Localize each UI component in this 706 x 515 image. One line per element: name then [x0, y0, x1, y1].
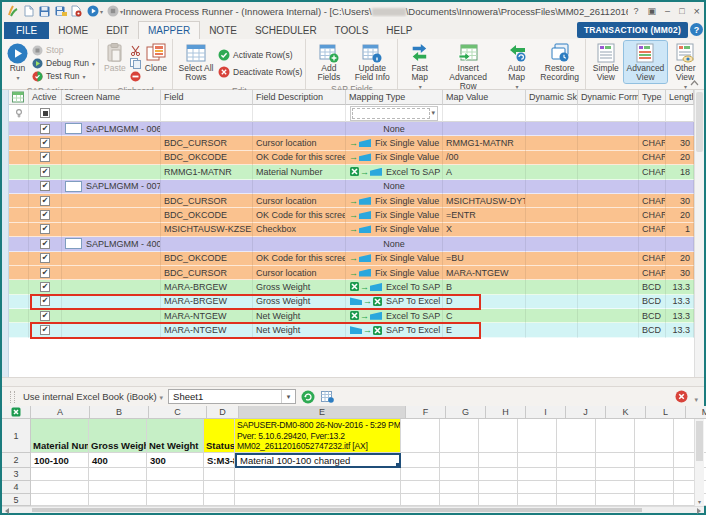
expand-icon[interactable] [65, 238, 82, 249]
col-screen-name[interactable]: Screen Name [62, 90, 161, 105]
col-field[interactable]: Field [161, 90, 253, 105]
grid-vertical-scrollbar[interactable] [694, 90, 704, 377]
activate-rows-button[interactable]: Activate Row(s) [218, 49, 302, 61]
excel-vertical-scrollbar[interactable]: ▾ [694, 419, 704, 506]
ibook-mode-button[interactable]: Use internal Excel Book (iBook) [23, 391, 163, 402]
filter-dynamic-formula[interactable] [578, 105, 639, 122]
cell-empty[interactable] [204, 468, 235, 481]
col-header[interactable]: I [526, 406, 566, 419]
simple-view-button[interactable]: Simple View [589, 41, 622, 83]
cell-empty[interactable] [31, 481, 89, 494]
cell-empty[interactable] [557, 481, 596, 494]
tab-mapper[interactable]: MAPPER [138, 21, 200, 39]
scrollbar-thumb[interactable] [32, 508, 642, 512]
row-header[interactable]: 4 [2, 481, 31, 494]
cell-empty[interactable] [31, 468, 89, 481]
scrollbar-thumb[interactable] [696, 92, 703, 152]
cell-empty[interactable] [518, 419, 557, 453]
cell-a2[interactable]: 100-100 [31, 453, 89, 468]
col-field-description[interactable]: Field Description [253, 90, 346, 105]
col-header[interactable]: C [149, 406, 207, 419]
active-checkbox[interactable] [40, 253, 50, 263]
cell-a1[interactable]: Material Number [31, 419, 89, 453]
grid-row[interactable]: BDC_OKCODEOK Code for this screen Fix Si… [9, 252, 694, 266]
cell-empty[interactable] [596, 468, 635, 481]
cell-empty[interactable] [596, 494, 635, 506]
grid-row-screen[interactable]: SAPLMGMM - 0070 None [9, 180, 694, 194]
clone-button[interactable]: Clone [143, 41, 169, 74]
ibook-grid-icon[interactable] [320, 390, 334, 404]
filter-mapping-type[interactable]: ▾ [346, 105, 443, 122]
cell-empty[interactable] [518, 468, 557, 481]
col-header[interactable]: F [406, 406, 446, 419]
cell-empty[interactable] [401, 481, 440, 494]
cell-empty[interactable] [635, 481, 674, 494]
cell-empty[interactable] [635, 468, 674, 481]
cell-empty[interactable] [235, 468, 401, 481]
cut-button[interactable] [130, 45, 141, 56]
filter-map-value[interactable] [443, 105, 526, 122]
save-icon[interactable] [38, 5, 51, 18]
active-checkbox[interactable] [40, 224, 50, 234]
cell-empty[interactable] [557, 419, 596, 453]
row-header[interactable]: 2 [2, 453, 31, 468]
col-header[interactable]: G [446, 406, 486, 419]
new-file-icon[interactable] [22, 5, 35, 18]
cell-e1[interactable]: SAPUSER-DM0-800 26-Nov-2016 - 5:29 PMPve… [235, 419, 401, 453]
col-header[interactable]: A [31, 406, 90, 419]
filter-type[interactable] [639, 105, 666, 122]
grid-row-screen[interactable]: SAPLMGMM - 0060 None [9, 122, 694, 136]
collapse-excel-icon[interactable] [694, 388, 698, 406]
cell-empty[interactable] [204, 494, 235, 506]
cell-empty[interactable] [479, 481, 518, 494]
grid-row[interactable]: BDC_OKCODEOK Code for this screen Fix Si… [9, 151, 694, 165]
expand-icon[interactable] [65, 181, 82, 192]
grid-row-highlighted[interactable]: MARA-NTGEWNet Weight SAP To Excel E BCD1… [9, 323, 694, 337]
run-button[interactable]: Run [5, 41, 30, 84]
fast-map-button[interactable]: Fast Map [401, 41, 438, 93]
active-checkbox[interactable] [40, 239, 50, 249]
help-icon[interactable] [634, 7, 639, 16]
update-field-info-button[interactable]: Update Field Info [350, 41, 394, 83]
cell-empty[interactable] [401, 468, 440, 481]
filter-active-checkbox[interactable] [29, 105, 62, 122]
collapse-ribbon-icon[interactable] [690, 80, 699, 86]
cell-empty[interactable] [518, 453, 557, 468]
tab-edit[interactable]: EDIT [97, 22, 138, 39]
col-length[interactable]: Length [666, 90, 694, 105]
filter-dynamic-skip[interactable] [526, 105, 578, 122]
tab-file[interactable]: FILE [4, 22, 49, 39]
row-header[interactable]: 3 [2, 468, 31, 481]
cell-empty[interactable] [89, 481, 147, 494]
grid-row[interactable]: MARA-BRGEWGross Weight Excel To SAP B BC… [9, 280, 694, 294]
cell-empty[interactable] [147, 468, 204, 481]
select-all-rows-button[interactable]: Select All Rows [176, 41, 216, 83]
cell-b2[interactable]: 400 [89, 453, 147, 468]
keep-on-top-icon[interactable] [648, 7, 657, 16]
cell-empty[interactable] [557, 453, 596, 468]
grid-row[interactable]: MARA-NTGEWNet Weight Excel To SAP C BCD1… [9, 309, 694, 323]
tab-help[interactable]: HELP [377, 22, 421, 39]
grid-corner-icon[interactable] [9, 90, 29, 105]
cell-c2[interactable]: 300 [147, 453, 204, 468]
cell-empty[interactable] [31, 494, 89, 506]
col-active[interactable]: Active [29, 90, 62, 105]
filter-length[interactable] [666, 105, 694, 122]
grid-row-screen[interactable]: SAPLMGMM - 4004 None [9, 237, 694, 251]
refresh-icon[interactable] [301, 390, 315, 404]
cell-e2-selected[interactable]: Material 100-100 changed [235, 453, 401, 468]
active-checkbox[interactable] [40, 210, 50, 220]
col-header[interactable]: L [646, 406, 686, 419]
cell-empty[interactable] [440, 481, 479, 494]
filter-field-description[interactable] [253, 105, 346, 122]
run-dropdown-caret[interactable]: ▾ [100, 8, 103, 15]
col-type[interactable]: Type [639, 90, 666, 105]
row-header[interactable]: 1 [2, 419, 31, 453]
cell-empty[interactable] [401, 453, 440, 468]
scroll-left-arrow-icon[interactable] [5, 508, 9, 514]
toolbar-grip[interactable] [10, 391, 15, 403]
col-header[interactable]: H [486, 406, 526, 419]
grid-row[interactable]: BDC_OKCODEOK Code for this screen Fix Si… [9, 208, 694, 222]
active-checkbox[interactable] [40, 325, 50, 335]
cell-empty[interactable] [596, 481, 635, 494]
